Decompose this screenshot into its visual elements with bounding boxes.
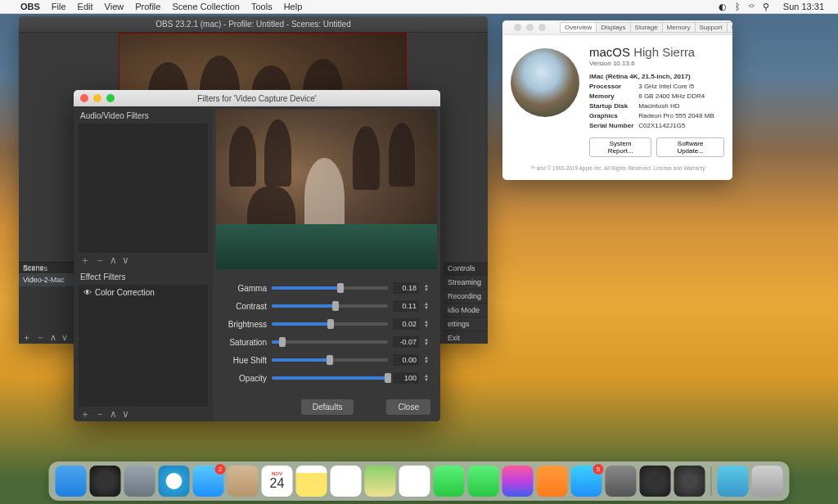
dock-contacts-icon[interactable] (228, 466, 259, 497)
effect-filters-list[interactable]: 👁 Color Correction (79, 285, 208, 407)
zoom-icon[interactable] (538, 24, 546, 31)
dock-itunes-icon[interactable] (502, 466, 534, 497)
obs-control-streaming[interactable]: Streaming (444, 276, 488, 290)
dock-launchpad-icon[interactable] (124, 466, 155, 497)
filters-main: Gamma0.18▲▼Contrast0.11▲▼Brightness0.02▲… (213, 106, 440, 421)
obs-control-recording[interactable]: Recording (444, 290, 488, 304)
dock-ibooks-icon[interactable] (537, 466, 568, 497)
param-stepper[interactable]: ▲▼ (424, 302, 432, 310)
dock-appstore-icon[interactable]: 5 (571, 466, 602, 497)
param-slider[interactable] (272, 358, 388, 362)
about-titlebar[interactable]: OverviewDisplaysStorageMemorySupportServ… (502, 20, 732, 35)
about-tab-memory[interactable]: Memory (662, 22, 696, 33)
av-filter-down-icon[interactable]: ∨ (122, 254, 129, 266)
about-tab-support[interactable]: Support (695, 22, 728, 33)
menu-help[interactable]: Help (278, 2, 309, 11)
about-tab-service[interactable]: Service (727, 22, 732, 33)
param-value[interactable]: 0.02 (393, 318, 419, 330)
menu-tools[interactable]: Tools (246, 2, 278, 11)
param-slider[interactable] (272, 304, 388, 308)
param-value[interactable]: 0.00 (393, 354, 419, 366)
minimize-icon[interactable] (93, 94, 101, 102)
dock-notes-icon[interactable] (296, 466, 327, 497)
param-slider[interactable] (272, 322, 388, 326)
menu-scene-collection[interactable]: Scene Collection (166, 2, 246, 11)
param-value[interactable]: 100 (393, 372, 419, 384)
param-value[interactable]: -0.07 (393, 336, 419, 348)
effect-filter-up-icon[interactable]: ∧ (110, 408, 117, 420)
param-value[interactable]: 0.18 (393, 282, 419, 294)
obs-control-ettings[interactable]: ettings (444, 317, 488, 331)
menu-app[interactable]: OBS (15, 2, 46, 11)
minimize-icon[interactable] (526, 24, 534, 31)
dock-safari-icon[interactable] (159, 466, 190, 497)
filters-title: Filters for 'Video Capture Device' (74, 94, 440, 103)
bluetooth-icon[interactable]: ᛒ (735, 2, 741, 11)
param-stepper[interactable]: ▲▼ (424, 284, 432, 292)
menubar-clock[interactable]: Sun 13:31 (777, 2, 830, 11)
filters-titlebar[interactable]: Filters for 'Video Capture Device' (74, 90, 440, 106)
param-slider[interactable] (272, 376, 388, 380)
zoom-icon[interactable] (106, 94, 115, 102)
add-effect-filter-icon[interactable]: ＋ (80, 407, 90, 421)
dock-downloads-icon[interactable] (718, 466, 749, 497)
dock-calendar-icon[interactable]: NOV24 (262, 466, 293, 497)
spec-serial-number: Serial Number C02X1142J1G5 (589, 121, 724, 131)
visibility-icon[interactable]: 👁 (83, 288, 92, 297)
dock-maps-icon[interactable] (365, 466, 396, 497)
menu-file[interactable]: File (46, 2, 72, 11)
dock-obs-icon[interactable] (674, 466, 705, 497)
add-scene-icon[interactable]: ＋ (22, 331, 31, 344)
about-tab-displays[interactable]: Displays (596, 22, 630, 33)
about-tab-overview[interactable]: Overview (560, 22, 597, 33)
dock-preferences-icon[interactable] (606, 466, 637, 497)
dock-facetime-icon[interactable] (468, 466, 499, 497)
spotlight-icon[interactable]: ⚲ (763, 2, 769, 12)
remove-effect-filter-icon[interactable]: － (95, 407, 105, 421)
dock-photos-icon[interactable] (399, 466, 430, 497)
effect-filter-down-icon[interactable]: ∨ (122, 408, 129, 420)
menu-edit[interactable]: Edit (72, 2, 99, 11)
param-slider[interactable] (272, 286, 388, 290)
menu-profile[interactable]: Profile (129, 2, 166, 11)
about-footer: ™ and © 1983-2019 Apple Inc. All Rights … (502, 162, 732, 176)
param-stepper[interactable]: ▲▼ (424, 374, 432, 382)
param-slider[interactable] (272, 340, 388, 344)
add-av-filter-icon[interactable]: ＋ (80, 254, 90, 268)
obs-control-exit[interactable]: Exit (444, 331, 488, 344)
param-stepper[interactable]: ▲▼ (424, 338, 432, 346)
param-stepper[interactable]: ▲▼ (424, 356, 432, 364)
scene-down-icon[interactable]: ∨ (61, 332, 68, 343)
do-not-disturb-icon[interactable]: ◐ (719, 2, 727, 12)
dock-reminders-icon[interactable] (331, 466, 362, 497)
about-this-mac-window: OverviewDisplaysStorageMemorySupportServ… (502, 20, 732, 180)
dock-mail-icon[interactable]: 2 (193, 466, 224, 497)
obs-control-idio-mode[interactable]: idio Mode (444, 304, 488, 317)
badge: 5 (593, 464, 604, 475)
dock-quicktime-icon[interactable] (640, 466, 671, 497)
dock-siri-icon[interactable] (90, 466, 121, 497)
close-icon[interactable] (80, 94, 88, 102)
software-update-button[interactable]: Software Update... (656, 137, 724, 157)
obs-window-title: OBS 23.2.1 (mac) - Profile: Untitled - S… (19, 16, 488, 33)
close-icon[interactable] (514, 24, 521, 31)
param-opacity: Opacity100▲▼ (221, 369, 432, 387)
dock-trash-icon[interactable] (752, 466, 783, 497)
close-button[interactable]: Close (386, 399, 430, 415)
system-report-button[interactable]: System Report... (589, 137, 651, 157)
remove-scene-icon[interactable]: － (36, 331, 45, 344)
wifi-icon[interactable]: ⌔ (749, 2, 755, 11)
scene-up-icon[interactable]: ∧ (50, 332, 56, 343)
menu-view[interactable]: View (99, 2, 130, 11)
param-value[interactable]: 0.11 (393, 300, 419, 312)
about-tab-storage[interactable]: Storage (630, 22, 663, 33)
remove-av-filter-icon[interactable]: － (95, 254, 105, 268)
dock-finder-icon[interactable] (56, 466, 87, 497)
dock-messages-icon[interactable] (434, 466, 465, 497)
effect-filter-item[interactable]: 👁 Color Correction (79, 285, 208, 300)
av-filters-list[interactable] (79, 124, 208, 253)
av-filter-up-icon[interactable]: ∧ (110, 254, 117, 266)
defaults-button[interactable]: Defaults (301, 399, 354, 415)
filter-params: Gamma0.18▲▼Contrast0.11▲▼Brightness0.02▲… (213, 272, 440, 393)
param-stepper[interactable]: ▲▼ (424, 320, 432, 328)
